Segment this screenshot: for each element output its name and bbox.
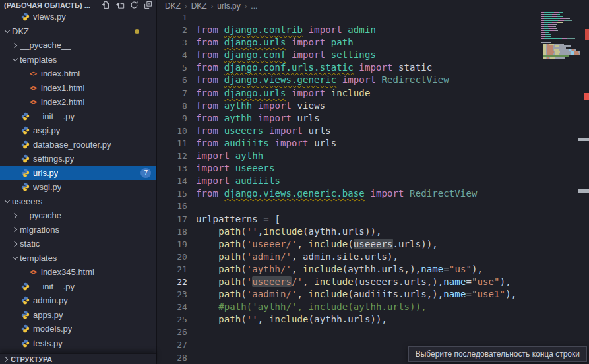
new-file-icon[interactable] <box>102 1 110 9</box>
code-token: ( <box>303 226 309 237</box>
line-number: 5 <box>157 61 196 74</box>
minimap-segment <box>554 47 565 49</box>
tree-item-useeers[interactable]: useeers <box>0 195 156 209</box>
code-token: include <box>269 314 309 324</box>
tree-item-index345-html[interactable]: <>index345.html <box>0 265 156 280</box>
minimap-segment <box>547 46 553 47</box>
tree-item-pycache[interactable]: __pycache__ <box>0 38 156 53</box>
code-token: static <box>398 62 432 73</box>
breadcrumb-item[interactable]: DKZ <box>165 1 181 11</box>
code-line[interactable]: 14import audiiits <box>157 175 589 187</box>
tree-item-views-py[interactable]: views.py <box>0 10 156 24</box>
line-text: from django.views.generic import Redirec… <box>196 74 449 86</box>
code-token: from <box>196 125 224 136</box>
tree-item-templates[interactable]: templates <box>0 251 156 266</box>
tree-item-index2-html[interactable]: <>index2.html <box>0 95 156 109</box>
code-line[interactable]: 8from aythh import views <box>157 100 589 112</box>
python-file-icon <box>20 13 30 22</box>
html-file-icon: <> <box>28 70 38 77</box>
minimap-segment <box>552 16 557 17</box>
code-line[interactable]: 13import useeers <box>157 162 589 175</box>
code-line[interactable]: 4from django.conf import settings <box>157 49 589 61</box>
code-line[interactable]: 15from django.views.generic.base import … <box>157 187 589 200</box>
code-line[interactable]: 22 path('useeers/', include(useeers.urls… <box>157 276 589 288</box>
tree-item-admin-py[interactable]: admin.py <box>0 293 156 308</box>
code-token: ( <box>241 264 247 274</box>
collapse-all-icon[interactable] <box>144 1 152 9</box>
tree-item-wsgi-py[interactable]: wsgi.py <box>0 180 156 195</box>
minimap-segment <box>544 14 552 15</box>
minimap-segment <box>547 49 552 51</box>
tree-item-migrations[interactable]: migrations <box>0 223 156 237</box>
code-token: path <box>218 239 241 249</box>
code-line[interactable]: 11from audiiits import urls <box>157 137 589 150</box>
tree-item-models-py[interactable]: models.py <box>0 322 156 336</box>
code-line[interactable]: 23 path('aadmin/', include(audiiits.urls… <box>157 288 589 301</box>
line-text: import aythh <box>196 150 263 162</box>
tree-item-label: templates <box>20 55 57 65</box>
minimap-segment <box>557 14 560 15</box>
tree-item-static[interactable]: static <box>0 237 156 251</box>
tree-item-database-roouter-py[interactable]: database_roouter.py <box>0 138 156 152</box>
refresh-icon[interactable] <box>130 1 139 9</box>
tree-item-index1-html[interactable]: <>index1.html <box>0 81 156 96</box>
code-line[interactable]: 5from django.conf.urls.static import sta… <box>157 61 589 74</box>
breadcrumb-item[interactable]: urls.py <box>217 1 240 11</box>
code-token: django.contrib <box>224 24 303 35</box>
code-token <box>196 226 218 237</box>
code-token: urls <box>309 125 331 136</box>
tree-item-templates[interactable]: templates <box>0 53 156 67</box>
tree-item-tests-py[interactable]: tests.py <box>0 336 156 351</box>
code-line[interactable]: 1 <box>157 11 589 24</box>
outline-section-header[interactable]: СТРУКТУРА <box>0 353 156 364</box>
code-line[interactable]: 12import aythh <box>157 150 589 162</box>
code-line[interactable]: 9from aythh import urls <box>157 112 589 125</box>
code-token: audiiits <box>224 138 269 148</box>
tree-item-urls-py[interactable]: urls.py7 <box>0 166 156 181</box>
code-line[interactable]: 2from django.contrib import admin <box>157 24 589 36</box>
breadcrumb-item[interactable]: ... <box>251 1 257 11</box>
tree-item-asgi-py[interactable]: asgi.py <box>0 123 156 138</box>
code-line[interactable]: 16 <box>157 200 589 212</box>
tree-item-settings-py[interactable]: settings.py <box>0 152 156 166</box>
breadcrumb-item[interactable]: DKZ <box>191 1 207 11</box>
code-token: )), <box>370 314 387 324</box>
code-line[interactable]: 7from django.urls import include <box>157 87 589 100</box>
code-line[interactable]: 26 <box>157 326 589 338</box>
tree-item-init-py[interactable]: __init__.py <box>0 109 156 124</box>
minimap-segment <box>579 53 580 55</box>
tree-item-dkz[interactable]: DKZ <box>0 24 156 39</box>
code-token: from <box>196 138 224 148</box>
tree-item-pycache[interactable]: __pycache__ <box>0 208 156 223</box>
code-line[interactable]: 25 path('', include(aythh.urls)), <box>157 313 589 326</box>
code-line[interactable]: 20 path('admin/', admin.site.urls), <box>157 251 589 263</box>
code-line[interactable]: 6from django.views.generic import Redire… <box>157 74 589 86</box>
code-line[interactable]: 3from django.urls import path <box>157 36 589 49</box>
tree-item-apps-py[interactable]: apps.py <box>0 308 156 322</box>
code-token: '' <box>247 226 258 237</box>
code-line[interactable]: 17urlpatterns = [ <box>157 213 589 226</box>
minimap-segment <box>555 30 558 31</box>
code-token: ), <box>500 276 511 287</box>
python-file-icon <box>20 140 30 149</box>
tree-item-index-html[interactable]: <>index.html <box>0 67 156 81</box>
code-token: path <box>218 314 241 324</box>
code-line[interactable]: 18 path('',include(aythh.urls)), <box>157 226 589 238</box>
minimap[interactable] <box>541 10 583 65</box>
tree-item-label: __pycache__ <box>20 40 71 50</box>
code-line[interactable]: 19 path('useeer/', include(useeers.urls)… <box>157 238 589 251</box>
chevron-right-icon <box>11 242 20 246</box>
code-line[interactable]: 10from useeers import urls <box>157 125 589 137</box>
tree-item-init-py[interactable]: __init__.py <box>0 280 156 294</box>
code-token: django.views.generic <box>224 75 337 85</box>
minimap-error-marker <box>585 29 589 40</box>
python-file-icon <box>20 126 30 135</box>
code-line[interactable]: 21 path('aythh/', include(aythh.urls,),n… <box>157 263 589 276</box>
code-area[interactable]: 12from django.contrib import admin3from … <box>157 11 589 364</box>
modified-dot-icon <box>135 29 139 34</box>
code-line[interactable]: 24 #path('aythh/', include(aythh.urls)), <box>157 301 589 313</box>
code-token <box>196 276 218 287</box>
line-text: path('',include(aythh.urls)), <box>196 226 382 238</box>
new-folder-icon[interactable] <box>115 1 125 9</box>
code-token: ), <box>387 251 398 262</box>
